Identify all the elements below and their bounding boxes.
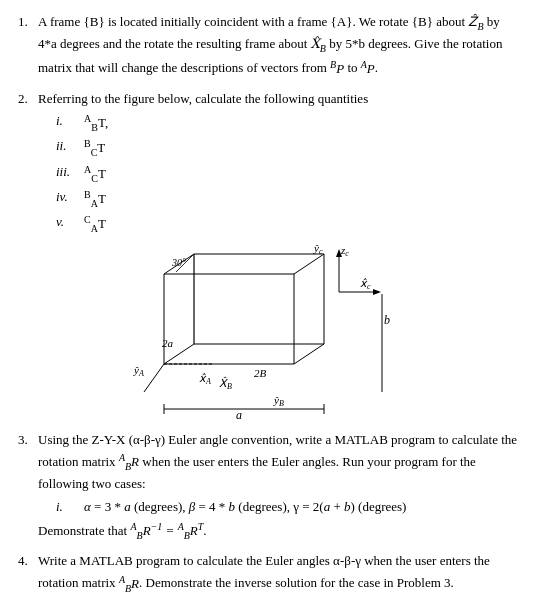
svg-text:a: a — [236, 408, 242, 422]
svg-text:2B: 2B — [254, 367, 267, 379]
svg-text:x̂c: x̂c — [360, 277, 371, 291]
problem-4-content: Write a MATLAB program to calculate the … — [38, 551, 520, 594]
svg-text:ŷB: ŷB — [273, 394, 284, 408]
problem-3: 3. Using the Z-Y-X (α-β-γ) Euler angle c… — [18, 430, 520, 543]
problem-1-number: 1. — [18, 12, 34, 79]
problem-2: 2. Referring to the figure below, calcul… — [18, 89, 520, 238]
svg-text:ŷA: ŷA — [133, 364, 144, 378]
figure: 30° ŷc zc x̂c b ŷA 2a x̂A 2B X̂B ŷB — [114, 244, 424, 422]
problem-3-content: Using the Z-Y-X (α-β-γ) Euler angle conv… — [38, 430, 520, 543]
problem-3-number: 3. — [18, 430, 34, 543]
svg-text:30°: 30° — [171, 257, 186, 268]
svg-text:b: b — [384, 313, 390, 327]
problem-2-number: 2. — [18, 89, 34, 238]
svg-line-10 — [294, 344, 324, 364]
svg-marker-19 — [373, 289, 381, 295]
problem-1-content: A frame {B} is located initially coincid… — [38, 12, 520, 79]
svg-text:X̂B: X̂B — [219, 376, 232, 391]
svg-text:zc: zc — [340, 244, 349, 258]
problem-4: 4. Write a MATLAB program to calculate t… — [18, 551, 520, 594]
problem-2-content: Referring to the figure below, calculate… — [38, 89, 520, 238]
svg-line-9 — [294, 254, 324, 274]
svg-text:x̂A: x̂A — [199, 372, 211, 386]
svg-text:2a: 2a — [162, 337, 174, 349]
problem-4-number: 4. — [18, 551, 34, 594]
svg-line-24 — [144, 364, 164, 392]
problem-1: 1. A frame {B} is located initially coin… — [18, 12, 520, 79]
